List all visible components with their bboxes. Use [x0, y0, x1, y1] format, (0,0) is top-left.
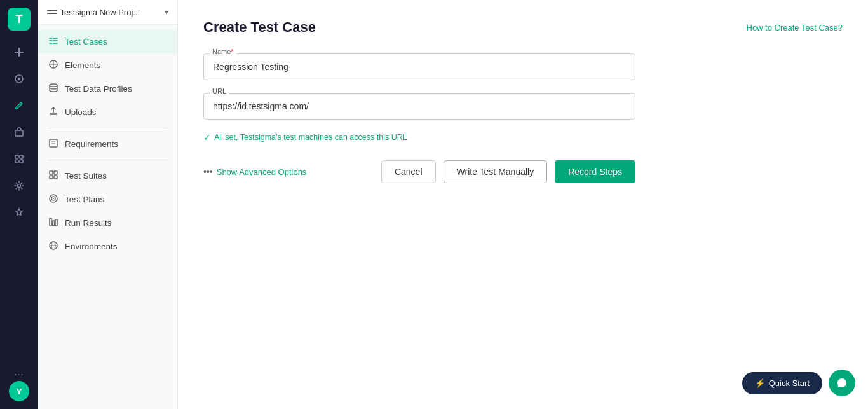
- rail-more-dots[interactable]: ...: [15, 367, 24, 377]
- sidebar-item-requirements[interactable]: Requirements: [38, 132, 177, 156]
- svg-rect-25: [50, 176, 53, 179]
- write-test-manually-button[interactable]: Write Test Manually: [444, 160, 548, 183]
- show-advanced-label: Show Advanced Options: [217, 167, 307, 177]
- app-logo[interactable]: T: [8, 8, 31, 31]
- svg-rect-23: [50, 171, 53, 174]
- svg-rect-7: [15, 160, 18, 163]
- page-title: Create Test Case: [203, 19, 316, 36]
- check-icon: ✓: [203, 132, 211, 142]
- sidebar-item-label: Uploads: [65, 107, 97, 117]
- project-chevron-icon: ▾: [165, 8, 168, 17]
- advanced-dots-icon: •••: [203, 167, 213, 177]
- url-input[interactable]: [203, 93, 635, 120]
- sidebar-item-label: Elements: [65, 60, 100, 70]
- test-cases-icon: [48, 36, 58, 48]
- quick-start-bar: ⚡ Quick Start: [742, 370, 855, 396]
- svg-rect-31: [53, 221, 55, 226]
- sidebar-item-test-cases[interactable]: Test Cases: [38, 30, 177, 53]
- svg-rect-4: [15, 130, 23, 136]
- form-actions: ••• Show Advanced Options Cancel Write T…: [203, 160, 635, 183]
- svg-point-29: [53, 198, 54, 199]
- name-input[interactable]: [203, 53, 635, 80]
- rail-add-icon[interactable]: [8, 41, 31, 64]
- rail-edit-icon[interactable]: [8, 94, 31, 117]
- cancel-button[interactable]: Cancel: [381, 160, 436, 183]
- sidebar-item-run-results[interactable]: Run Results: [38, 211, 177, 235]
- svg-point-3: [18, 78, 20, 80]
- uploads-icon: [48, 106, 58, 118]
- sidebar-item-uploads[interactable]: Uploads: [38, 101, 177, 124]
- sidebar-item-test-suites[interactable]: Test Suites: [38, 164, 177, 188]
- page-header: Create Test Case How to Create Test Case…: [203, 19, 843, 36]
- quick-start-label: Quick Start: [769, 378, 810, 388]
- test-data-icon: [48, 83, 58, 95]
- sidebar-item-elements[interactable]: Elements: [38, 53, 177, 77]
- chat-button[interactable]: [829, 370, 855, 396]
- svg-rect-32: [55, 219, 57, 226]
- show-advanced-options[interactable]: ••• Show Advanced Options: [203, 167, 374, 177]
- sidebar-item-label: Requirements: [65, 139, 118, 149]
- run-results-icon: [48, 217, 58, 229]
- name-label: Name*: [210, 48, 236, 55]
- project-name: Testsigma New Proj...: [60, 8, 165, 17]
- environments-icon: [48, 240, 58, 253]
- sidebar-item-label: Test Suites: [65, 171, 107, 181]
- svg-rect-8: [20, 160, 23, 163]
- project-selector[interactable]: Testsigma New Proj... ▾: [38, 0, 177, 25]
- lightning-icon: ⚡: [755, 378, 765, 388]
- url-status: ✓ All set, Testsigma's test machines can…: [203, 132, 635, 142]
- url-status-text: All set, Testsigma's test machines can a…: [214, 133, 407, 142]
- create-test-case-form: Name* URL ✓ All set, Testsigma's test ma…: [203, 53, 635, 183]
- svg-point-19: [50, 84, 57, 87]
- name-field-group: Name*: [203, 53, 635, 80]
- sidebar-divider-1: [48, 128, 167, 128]
- test-plans-icon: [48, 193, 58, 205]
- how-to-link[interactable]: How to Create Test Case?: [747, 23, 843, 32]
- svg-rect-20: [50, 139, 57, 147]
- record-steps-button[interactable]: Record Steps: [555, 160, 635, 183]
- test-suites-icon: [48, 170, 58, 182]
- sidebar-item-label: Environments: [65, 242, 118, 251]
- svg-rect-26: [54, 176, 57, 179]
- sidebar-item-label: Test Plans: [65, 195, 104, 204]
- main-content: Create Test Case How to Create Test Case…: [178, 0, 868, 409]
- sidebar-item-label: Test Data Profiles: [65, 84, 132, 94]
- main-content-area: Create Test Case How to Create Test Case…: [178, 0, 868, 409]
- rail-avatar: Y: [9, 381, 29, 401]
- rail-dashboard-icon[interactable]: [8, 67, 31, 90]
- requirements-icon: [48, 138, 58, 150]
- sidebar-item-label: Test Cases: [65, 37, 107, 46]
- svg-rect-6: [20, 155, 23, 158]
- elements-icon: [48, 59, 58, 71]
- sidebar-divider-2: [48, 160, 167, 160]
- sidebar: Testsigma New Proj... ▾ Test Cases: [38, 0, 178, 409]
- sidebar-item-test-plans[interactable]: Test Plans: [38, 188, 177, 211]
- sidebar-item-environments[interactable]: Environments: [38, 235, 177, 258]
- svg-rect-24: [54, 171, 57, 174]
- url-field-group: URL: [203, 93, 635, 120]
- project-icon: [47, 10, 57, 14]
- rail-briefcase-icon[interactable]: [8, 121, 31, 144]
- sidebar-navigation: Test Cases Elements Test D: [38, 25, 177, 263]
- url-label: URL: [210, 87, 229, 95]
- svg-rect-30: [50, 218, 51, 226]
- icon-rail: T: [0, 0, 38, 409]
- rail-star-icon[interactable]: [8, 201, 31, 224]
- rail-settings-icon[interactable]: [8, 174, 31, 197]
- svg-rect-5: [15, 155, 18, 158]
- sidebar-item-label: Run Results: [65, 218, 112, 228]
- svg-point-9: [18, 184, 21, 188]
- sidebar-item-test-data-profiles[interactable]: Test Data Profiles: [38, 77, 177, 101]
- rail-grid-icon[interactable]: [8, 148, 31, 170]
- quick-start-button[interactable]: ⚡ Quick Start: [742, 372, 822, 394]
